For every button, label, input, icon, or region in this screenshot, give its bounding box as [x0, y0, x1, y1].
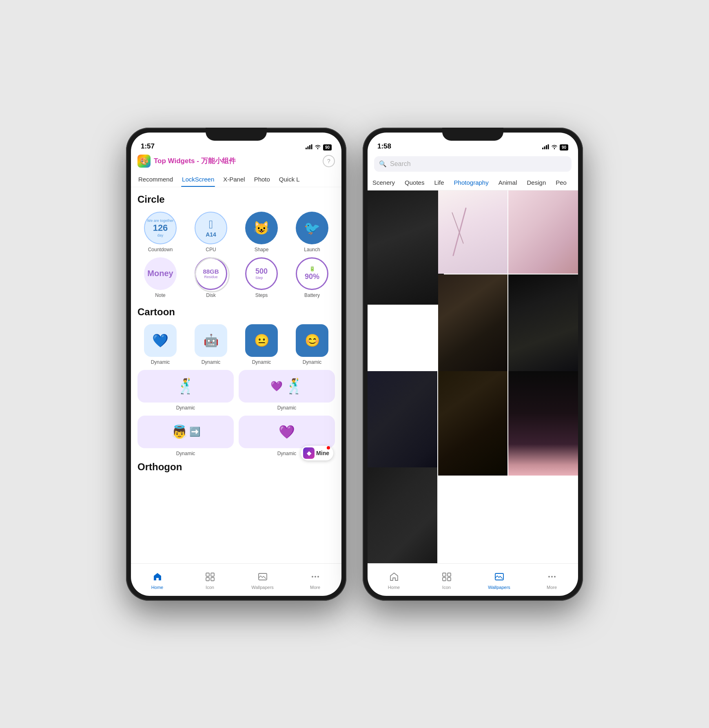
cartoon-item-6[interactable]: 💜 🕺 Dynamic — [239, 370, 335, 411]
shape-circle: 😺 — [245, 212, 278, 244]
cartoon-glyph-3: 😐 — [254, 333, 269, 347]
cartoon-item-4[interactable]: 😊 Dynamic — [289, 324, 335, 365]
tab-lockscreen[interactable]: LockScreen — [181, 171, 215, 187]
icon-label-1: Icon — [206, 585, 214, 590]
tab-quickl[interactable]: Quick L — [278, 171, 301, 187]
cartoon-item-3[interactable]: 😐 Dynamic — [239, 324, 284, 365]
cartoon-label-8: Dynamic — [277, 451, 297, 456]
cat-peo[interactable]: Peo — [554, 177, 568, 188]
wallpapers-label-1: Wallpapers — [251, 585, 274, 590]
circle-section-title: Circle — [137, 194, 335, 205]
svg-point-11 — [317, 576, 319, 578]
cartoon-item-2[interactable]: 🤖 Dynamic — [188, 324, 234, 365]
circle-item-steps[interactable]: 500 Step Steps — [239, 257, 284, 298]
svg-point-9 — [312, 576, 313, 578]
photo-street-booth[interactable] — [438, 274, 508, 379]
cat-animal[interactable]: Animal — [497, 177, 519, 188]
apple-logo:  — [209, 218, 213, 231]
battery-badge-1: 90 — [323, 144, 332, 150]
tab-xpanel[interactable]: X-Panel — [222, 171, 246, 187]
bottom-tab-home-2[interactable]: Home — [368, 570, 420, 590]
circle-item-money[interactable]: Money Note — [137, 257, 183, 298]
bottom-tab-more-1[interactable]: More — [289, 570, 341, 590]
cat-design[interactable]: Design — [525, 177, 548, 188]
money-circle: Money — [144, 257, 177, 290]
bottom-tab-wallpapers-1[interactable]: Wallpapers — [236, 570, 289, 590]
scroll-area[interactable]: Circle We are together 126 day Countdown — [131, 187, 341, 563]
photo-night-street[interactable] — [508, 274, 578, 379]
photo-urban-bridge[interactable] — [368, 467, 437, 563]
battery-pct: 90% — [305, 272, 319, 281]
status-time-2: 1:58 — [377, 142, 391, 150]
cartoon-icon-5: 🕺 — [137, 370, 234, 403]
photo-grid[interactable] — [368, 190, 578, 563]
signal-icon — [306, 144, 312, 150]
circle-item-disk[interactable]: 88GB Residue Disk — [188, 257, 234, 298]
search-icon: 🔍 — [379, 160, 387, 168]
battery-icon-inner: 🔋 — [309, 266, 315, 272]
app-header: 🎨 Top Widgets - 万能小组件 ? — [131, 153, 341, 171]
cartoon-label-3: Dynamic — [252, 359, 271, 365]
bottom-tab-icon-1[interactable]: Icon — [184, 570, 236, 590]
cat-scenery[interactable]: Scenery — [371, 177, 397, 188]
circle-item-launch[interactable]: 🐦 Launch — [289, 212, 335, 252]
cartoon-label-7: Dynamic — [176, 451, 195, 456]
cat-quotes[interactable]: Quotes — [403, 177, 426, 188]
launch-circle: 🐦 — [296, 212, 328, 244]
search-bar[interactable]: 🔍 Search — [374, 156, 572, 172]
cartoon-item-8[interactable]: 💜 Dynamic ◆ Mine — [239, 416, 335, 456]
shape-icon: 😺 — [253, 220, 270, 236]
bottom-tab-wallpapers-2[interactable]: Wallpapers — [473, 570, 525, 590]
steps-big: 500 — [255, 267, 268, 276]
cartoon-glyph-6a: 💜 — [270, 381, 283, 392]
photo-dark-object[interactable] — [368, 371, 437, 476]
mine-overlay[interactable]: ◆ Mine — [301, 446, 333, 460]
phone1-content: 🎨 Top Widgets - 万能小组件 ? Recommend LockSc… — [131, 153, 341, 596]
photo-corridor[interactable] — [368, 190, 444, 305]
cartoon-label-5: Dynamic — [176, 405, 195, 411]
cartoon-label-4: Dynamic — [303, 359, 322, 365]
svg-rect-14 — [546, 145, 547, 149]
help-icon: ? — [327, 158, 330, 164]
cartoon-item-5[interactable]: 🕺 Dynamic — [137, 370, 234, 411]
status-icons-2: 90 — [542, 144, 568, 150]
cartoon-glyph-6b: 🕺 — [285, 378, 304, 395]
photo-tulips[interactable] — [508, 190, 578, 274]
circle-item-cpu[interactable]:  A14 CPU — [188, 212, 234, 252]
cartoon-row2: 🕺 Dynamic 💜 🕺 Dynamic — [137, 370, 335, 411]
circle-item-battery[interactable]: 🔋 90% Battery — [289, 257, 335, 298]
photo-japanese-street[interactable] — [438, 371, 508, 476]
photo-flowers[interactable] — [438, 190, 508, 274]
wifi-icon — [315, 144, 321, 150]
svg-rect-0 — [306, 148, 307, 149]
cartoon-glyph-5: 🕺 — [177, 378, 195, 395]
search-placeholder: Search — [390, 160, 411, 168]
steps-small: Step — [255, 276, 268, 280]
countdown-bot: day — [157, 233, 164, 237]
status-time-1: 1:57 — [141, 142, 155, 150]
grid-icon-2 — [442, 572, 452, 584]
bottom-tab-icon-2[interactable]: Icon — [420, 570, 473, 590]
circle-item-countdown[interactable]: We are together 126 day Countdown — [137, 212, 183, 252]
app-title-row: 🎨 Top Widgets - 万能小组件 — [137, 155, 236, 168]
cartoon-label-2: Dynamic — [202, 359, 221, 365]
tab-photo[interactable]: Photo — [253, 171, 271, 187]
mine-icon-glyph: ◆ — [307, 450, 311, 456]
cat-life[interactable]: Life — [432, 177, 445, 188]
cat-photography[interactable]: Photography — [452, 177, 490, 188]
bottom-tab-home-1[interactable]: Home — [131, 570, 184, 590]
tab-recommend[interactable]: Recommend — [137, 171, 174, 187]
circle-grid: We are together 126 day Countdown  A14 … — [137, 212, 335, 298]
svg-rect-16 — [443, 573, 446, 576]
help-button[interactable]: ? — [323, 155, 335, 167]
bottom-tab-more-2[interactable]: More — [525, 570, 578, 590]
svg-rect-2 — [309, 145, 310, 149]
cartoon-item-7[interactable]: 👼 ➡️ Dynamic — [137, 416, 234, 456]
photo-dark-pink[interactable] — [508, 371, 578, 476]
circle-item-shape[interactable]: 😺 Shape — [239, 212, 284, 252]
cartoon-item-1[interactable]: 💙 Dynamic — [137, 324, 183, 365]
svg-point-22 — [551, 576, 553, 578]
bottom-tabs-2: Home Icon — [368, 563, 578, 596]
disk-circle: 88GB Residue — [195, 257, 227, 290]
orthogon-section-title: Orthogon — [137, 461, 335, 473]
